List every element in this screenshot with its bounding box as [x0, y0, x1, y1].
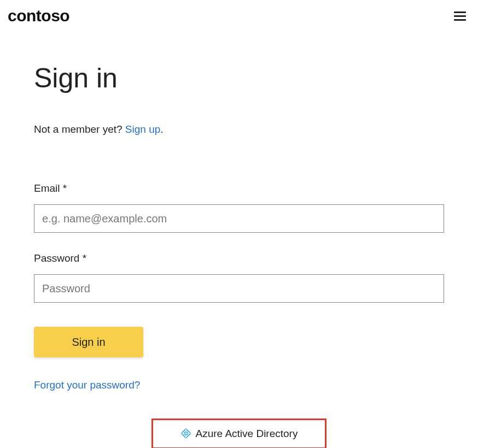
forgot-password-link[interactable]: Forgot your password?: [34, 379, 140, 391]
azure-ad-label: Azure Active Directory: [196, 428, 298, 440]
signup-prompt: Not a member yet? Sign up.: [34, 123, 444, 135]
password-field[interactable]: [34, 274, 444, 303]
brand-logo: contoso: [8, 7, 69, 25]
signin-container: Sign in Not a member yet? Sign up. Email…: [34, 30, 444, 448]
email-field[interactable]: [34, 204, 444, 233]
signup-period: .: [160, 123, 163, 135]
not-member-text: Not a member yet?: [34, 123, 125, 135]
email-label: Email *: [34, 182, 444, 194]
azure-ad-button[interactable]: Azure Active Directory: [151, 418, 327, 448]
signup-link[interactable]: Sign up: [125, 123, 160, 135]
page-title: Sign in: [34, 62, 444, 94]
signin-button[interactable]: Sign in: [34, 327, 143, 357]
hamburger-menu-icon[interactable]: [452, 9, 468, 23]
password-label: Password *: [34, 252, 444, 264]
sso-section: Azure Active Directory: [34, 418, 444, 448]
azure-ad-icon: [180, 428, 191, 439]
header: contoso: [0, 0, 478, 30]
